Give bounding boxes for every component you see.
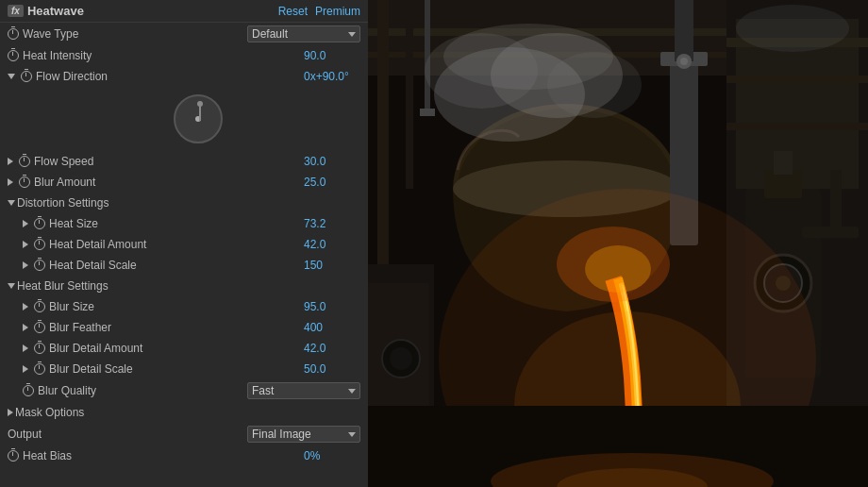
heat-detail-amount-row: Heat Detail Amount 42.0 xyxy=(0,234,368,255)
svg-rect-11 xyxy=(726,76,868,83)
panel-header: fx Heatwave Reset Premium xyxy=(0,0,368,23)
mask-options-header[interactable]: Mask Options xyxy=(0,402,368,423)
flow-speed-value[interactable]: 30.0 xyxy=(304,155,360,168)
heat-intensity-value[interactable]: 90.0 xyxy=(304,49,360,62)
blur-size-expand-icon[interactable] xyxy=(23,303,28,311)
wave-type-label: Wave Type xyxy=(8,27,247,41)
heat-intensity-label: Heat Intensity xyxy=(8,49,304,62)
svg-rect-6 xyxy=(377,0,389,283)
distortion-settings-collapse-icon[interactable] xyxy=(8,200,15,206)
heat-size-expand-icon[interactable] xyxy=(23,220,28,227)
svg-point-33 xyxy=(547,52,642,118)
output-row: Output Final Image xyxy=(0,423,368,445)
heat-detail-scale-value[interactable]: 150 xyxy=(304,259,360,272)
blur-quality-dropdown-arrow-icon xyxy=(348,389,356,394)
wave-type-dropdown[interactable]: Default xyxy=(247,25,360,42)
blur-detail-scale-label: Blur Detail Scale xyxy=(23,362,304,376)
heat-bias-label: Heat Bias xyxy=(8,449,304,462)
flow-direction-dial[interactable] xyxy=(174,94,223,143)
blur-size-stopwatch-icon[interactable] xyxy=(34,301,45,312)
reset-button[interactable]: Reset xyxy=(278,5,308,18)
blur-feather-value[interactable]: 400 xyxy=(304,321,360,334)
heat-detail-amount-expand-icon[interactable] xyxy=(23,241,28,248)
heat-size-value[interactable]: 73.2 xyxy=(304,217,360,230)
flow-speed-expand-icon[interactable] xyxy=(8,158,13,165)
heat-detail-scale-label: Heat Detail Scale xyxy=(23,259,304,272)
blur-feather-row: Blur Feather 400 xyxy=(0,317,368,338)
heat-blur-settings-header[interactable]: Heat Blur Settings xyxy=(0,276,368,296)
mask-options-expand-icon[interactable] xyxy=(8,409,13,416)
blur-detail-scale-expand-icon[interactable] xyxy=(23,365,28,373)
svg-rect-36 xyxy=(675,0,693,61)
flow-direction-dial-container xyxy=(0,87,368,151)
heat-size-label: Heat Size xyxy=(23,217,304,230)
output-dropdown[interactable]: Final Image xyxy=(247,426,360,443)
blur-detail-amount-stopwatch-icon[interactable] xyxy=(34,343,45,354)
flow-direction-row: Flow Direction 0x+90.0° xyxy=(0,66,368,87)
blur-detail-scale-value[interactable]: 50.0 xyxy=(304,362,360,376)
heat-bias-value[interactable]: 0% xyxy=(304,449,360,462)
blur-amount-expand-icon[interactable] xyxy=(8,178,13,186)
heat-blur-settings-collapse-icon[interactable] xyxy=(8,283,15,289)
blur-feather-expand-icon[interactable] xyxy=(23,324,28,331)
blur-detail-scale-stopwatch-icon[interactable] xyxy=(34,363,45,375)
premium-button[interactable]: Premium xyxy=(315,5,360,18)
flow-speed-label: Flow Speed xyxy=(8,155,304,168)
fx-badge: fx xyxy=(8,5,24,17)
heat-detail-scale-stopwatch-icon[interactable] xyxy=(34,260,45,271)
flow-direction-stopwatch-icon[interactable] xyxy=(21,71,32,82)
panel-title: Heatwave xyxy=(27,4,84,18)
blur-quality-stopwatch-icon[interactable] xyxy=(23,385,34,396)
flow-direction-value[interactable]: 0x+90.0° xyxy=(304,70,360,83)
panel-title-group: fx Heatwave xyxy=(8,4,84,18)
svg-point-56 xyxy=(736,5,849,52)
output-dropdown-arrow-icon xyxy=(348,432,356,437)
heat-intensity-row: Heat Intensity 90.0 xyxy=(0,45,368,66)
dial-indicator-svg xyxy=(175,96,225,145)
svg-rect-41 xyxy=(774,151,793,175)
factory-scene-svg xyxy=(368,0,868,487)
heat-size-stopwatch-icon[interactable] xyxy=(34,218,45,229)
heat-bias-stopwatch-icon[interactable] xyxy=(8,450,19,462)
svg-point-38 xyxy=(680,58,688,65)
effects-panel: fx Heatwave Reset Premium Wave Type Defa… xyxy=(0,0,368,487)
blur-detail-amount-expand-icon[interactable] xyxy=(23,344,28,352)
heat-detail-amount-label: Heat Detail Amount xyxy=(23,238,304,251)
blur-amount-label: Blur Amount xyxy=(8,176,304,189)
output-label: Output xyxy=(8,428,247,441)
blur-quality-dropdown[interactable]: Fast xyxy=(247,382,360,399)
blur-detail-amount-row: Blur Detail Amount 42.0 xyxy=(0,338,368,359)
blur-amount-value[interactable]: 25.0 xyxy=(304,176,360,189)
flow-direction-label: Flow Direction xyxy=(8,70,304,83)
svg-point-1 xyxy=(197,101,203,107)
svg-rect-46 xyxy=(830,170,842,231)
svg-rect-12 xyxy=(726,123,868,130)
heat-intensity-stopwatch-icon[interactable] xyxy=(8,50,19,61)
flow-direction-collapse-icon[interactable] xyxy=(8,74,15,79)
blur-feather-label: Blur Feather xyxy=(23,321,304,334)
wave-type-row: Wave Type Default xyxy=(0,23,368,45)
wave-type-dropdown-arrow-icon xyxy=(348,32,356,37)
wave-type-stopwatch-icon[interactable] xyxy=(8,28,19,40)
blur-feather-stopwatch-icon[interactable] xyxy=(34,322,45,333)
blur-amount-stopwatch-icon[interactable] xyxy=(19,176,30,188)
blur-quality-row: Blur Quality Fast xyxy=(0,379,368,402)
heat-size-row: Heat Size 73.2 xyxy=(0,213,368,234)
heat-detail-scale-row: Heat Detail Scale 150 xyxy=(0,255,368,276)
flow-speed-stopwatch-icon[interactable] xyxy=(19,156,30,167)
distortion-settings-header[interactable]: Distortion Settings xyxy=(0,193,368,213)
svg-rect-7 xyxy=(406,0,413,189)
heat-detail-amount-value[interactable]: 42.0 xyxy=(304,238,360,251)
header-links: Reset Premium xyxy=(278,5,360,18)
blur-size-row: Blur Size 95.0 xyxy=(0,296,368,317)
heat-detail-amount-stopwatch-icon[interactable] xyxy=(34,239,45,250)
preview-panel xyxy=(368,0,868,487)
blur-size-value[interactable]: 95.0 xyxy=(304,300,360,313)
blur-detail-amount-value[interactable]: 42.0 xyxy=(304,342,360,355)
svg-point-50 xyxy=(390,347,412,370)
flow-speed-row: Flow Speed 30.0 xyxy=(0,151,368,172)
blur-amount-row: Blur Amount 25.0 xyxy=(0,172,368,193)
svg-rect-14 xyxy=(420,109,435,116)
heat-detail-scale-expand-icon[interactable] xyxy=(23,261,28,269)
blur-detail-scale-row: Blur Detail Scale 50.0 xyxy=(0,359,368,379)
